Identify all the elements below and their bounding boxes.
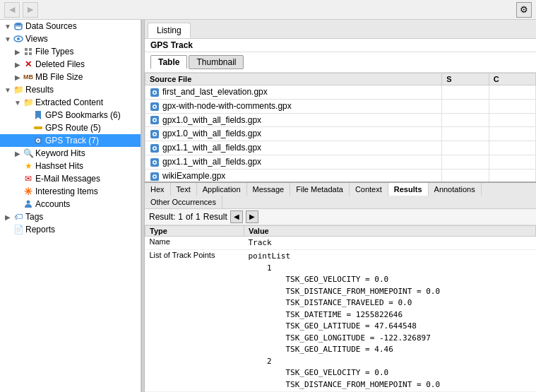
sidebar-item-label-results: Results bbox=[25, 85, 54, 95]
back-button[interactable]: ◀ bbox=[4, 2, 20, 18]
sidebar-item-mb-file-size[interactable]: ▶MBMB File Size bbox=[0, 71, 141, 83]
results-tab-application[interactable]: Application bbox=[197, 183, 247, 196]
svg-point-23 bbox=[154, 119, 156, 121]
sidebar-item-gps-bookmarks[interactable]: GPS Bookmarks (6) bbox=[0, 109, 141, 121]
s-cell bbox=[442, 85, 489, 100]
sidebar-item-email-messages[interactable]: ✉E-Mail Messages bbox=[0, 172, 141, 185]
detail-type: Name bbox=[145, 236, 244, 250]
results-tab-other-occurrences[interactable]: Other Occurrences bbox=[145, 196, 222, 208]
results-tab-file-metadata[interactable]: File Metadata bbox=[290, 183, 350, 196]
sidebar-item-data-sources[interactable]: ▼Data Sources bbox=[0, 20, 141, 32]
folder-icon: 📁 bbox=[23, 97, 34, 108]
tree-toggle-deleted-files: ▶ bbox=[13, 61, 23, 69]
svg-point-32 bbox=[154, 161, 156, 163]
file-name: gpx1.0_with_all_fields.gpx bbox=[162, 115, 261, 125]
s-cell bbox=[442, 113, 489, 127]
toolbar: ◀ ▶ ⚙ bbox=[0, 0, 536, 20]
detail-value: pointList 1 TSK_GEO_VELOCITY = 0.0 TSK_D… bbox=[249, 251, 532, 391]
sidebar-item-deleted-files[interactable]: ▶✕Deleted Files bbox=[0, 58, 141, 71]
gps-track-header: GPS Track bbox=[145, 39, 536, 52]
sidebar-item-file-types[interactable]: ▶File Types bbox=[0, 45, 141, 58]
result-label: Result: bbox=[149, 212, 175, 222]
sidebar-item-interesting-items[interactable]: ✳Interesting Items bbox=[0, 185, 141, 198]
gpx-file-icon bbox=[150, 87, 162, 97]
asterisk-icon: ✳ bbox=[23, 186, 34, 197]
sidebar-item-label-keyword-hits: Keyword Hits bbox=[35, 148, 85, 158]
bookmark-icon bbox=[32, 109, 44, 121]
star-icon: ★ bbox=[23, 160, 34, 172]
sidebar-item-views[interactable]: ▼Views bbox=[0, 32, 141, 45]
forward-button[interactable]: ▶ bbox=[23, 2, 38, 18]
result-detail: Type Value NameTrackList of Track Points… bbox=[145, 225, 536, 393]
source-file-cell: wikiExample.gpx bbox=[145, 169, 442, 181]
sidebar-item-label-file-types: File Types bbox=[35, 47, 73, 57]
gpx-file-icon bbox=[150, 115, 162, 125]
search-icon: 🔍 bbox=[23, 148, 34, 159]
col-header-1: S bbox=[442, 73, 489, 85]
result-prev-button[interactable]: ◀ bbox=[230, 210, 243, 223]
gear-button[interactable]: ⚙ bbox=[516, 2, 532, 18]
sidebar-item-reports[interactable]: 📄Reports bbox=[0, 223, 141, 236]
detail-value-header: Value bbox=[244, 225, 536, 236]
eye-icon bbox=[13, 33, 24, 44]
source-file-cell: gpx1.0_with_all_fields.gpx bbox=[145, 113, 442, 127]
result-next-button[interactable]: ▶ bbox=[246, 210, 258, 223]
sidebar-item-keyword-hits[interactable]: ▶🔍Keyword Hits bbox=[0, 147, 141, 160]
sidebar-item-accounts[interactable]: Accounts bbox=[0, 198, 141, 210]
table-row[interactable]: gpx1.1_with_all_fields.gpx bbox=[145, 141, 536, 155]
source-files-table: Source FileSC first_and_last_elevation.g… bbox=[145, 73, 536, 182]
svg-point-35 bbox=[154, 175, 156, 177]
col-header-0: Source File bbox=[145, 73, 442, 85]
svg-point-26 bbox=[154, 133, 156, 136]
sidebar-item-label-interesting-items: Interesting Items bbox=[35, 186, 98, 196]
table-row[interactable]: wikiExample.gpx bbox=[145, 169, 536, 181]
c-cell bbox=[489, 113, 535, 127]
table-row[interactable]: gpx1.0_with_all_fields.gpx bbox=[145, 127, 536, 141]
file-name: first_and_last_elevation.gpx bbox=[162, 87, 268, 97]
tree-toggle-data-sources: ▼ bbox=[3, 23, 13, 30]
sidebar-item-results[interactable]: ▼📁Results bbox=[0, 83, 141, 96]
sidebar-item-hashset-hits[interactable]: ★Hashset Hits bbox=[0, 160, 141, 172]
results-tab-annotations[interactable]: Annotations bbox=[429, 183, 482, 196]
sidebar-item-gps-track[interactable]: GPS Track (7) bbox=[0, 134, 141, 147]
sidebar-item-label-accounts: Accounts bbox=[35, 199, 70, 209]
svg-point-9 bbox=[34, 126, 37, 129]
tab-listing[interactable]: Listing bbox=[148, 23, 191, 38]
c-cell bbox=[489, 141, 535, 155]
s-cell bbox=[442, 99, 489, 113]
sidebar-item-tags[interactable]: ▶🏷Tags bbox=[0, 210, 141, 223]
top-tab-bar: Listing bbox=[145, 20, 536, 39]
sidebar-item-extracted-content[interactable]: ▼📁Extracted Content bbox=[0, 96, 141, 109]
tree-toggle-keyword-hits: ▶ bbox=[13, 150, 23, 158]
sidebar-item-label-gps-track: GPS Track (7) bbox=[45, 136, 99, 145]
grid-icon bbox=[23, 46, 34, 57]
detail-row: NameTrack bbox=[145, 236, 536, 250]
table-row[interactable]: first_and_last_elevation.gpx bbox=[145, 85, 536, 100]
detail-value-cell: Track bbox=[244, 236, 536, 250]
result-type: Result bbox=[203, 212, 227, 222]
source-file-cell: gpx-with-node-with-comments.gpx bbox=[145, 99, 442, 113]
sidebar-item-label-gps-route: GPS Route (5) bbox=[45, 123, 101, 133]
table-row[interactable]: gpx-with-node-with-comments.gpx bbox=[145, 99, 536, 113]
results-tab-context[interactable]: Context bbox=[350, 183, 388, 196]
sub-tab-table[interactable]: Table bbox=[150, 55, 187, 69]
svg-point-13 bbox=[37, 140, 40, 142]
gpx-file-icon bbox=[150, 129, 162, 138]
results-tab-hex[interactable]: Hex bbox=[145, 183, 171, 196]
file-name: gpx1.1_with_all_fields.gpx bbox=[162, 143, 261, 153]
results-tab-results[interactable]: Results bbox=[388, 183, 429, 196]
c-cell bbox=[489, 99, 535, 113]
sub-tab-thumbnail[interactable]: Thumbnail bbox=[189, 55, 244, 69]
table-row[interactable]: gpx1.0_with_all_fields.gpx bbox=[145, 113, 536, 127]
results-tab-message[interactable]: Message bbox=[247, 183, 291, 196]
folder-icon: 📁 bbox=[13, 84, 24, 95]
svg-point-0 bbox=[15, 23, 22, 25]
file-name: gpx1.0_with_all_fields.gpx bbox=[162, 129, 261, 138]
email-icon: ✉ bbox=[23, 173, 34, 184]
sidebar-item-gps-route[interactable]: GPS Route (5) bbox=[0, 121, 141, 134]
sidebar-item-label-data-sources: Data Sources bbox=[25, 21, 77, 31]
results-tab-text[interactable]: Text bbox=[171, 183, 197, 196]
table-row[interactable]: gpx1.1_with_all_fields.gpx bbox=[145, 155, 536, 170]
svg-point-17 bbox=[154, 91, 156, 93]
tree-toggle-file-types: ▶ bbox=[13, 48, 23, 56]
